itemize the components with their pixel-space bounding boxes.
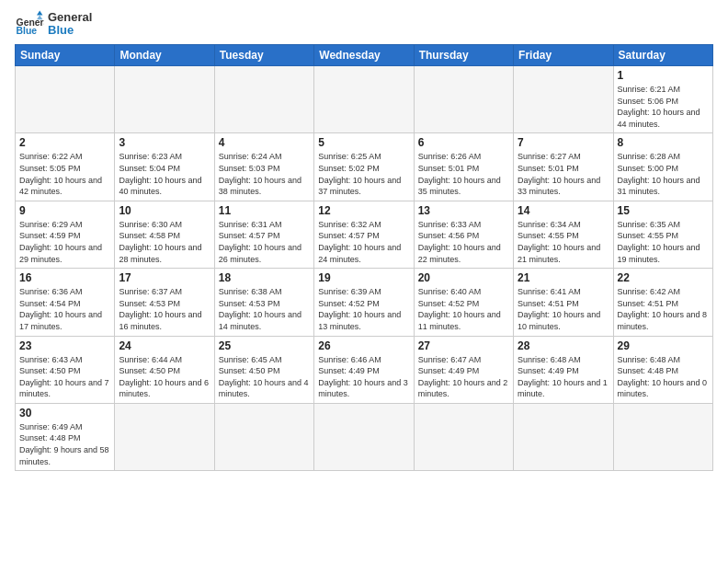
day-info: Sunrise: 6:43 AM Sunset: 4:50 PM Dayligh… — [19, 354, 110, 400]
svg-text:Blue: Blue — [17, 26, 38, 36]
day-number: 16 — [19, 271, 110, 284]
weekday-tuesday: Tuesday — [214, 45, 313, 66]
day-number: 3 — [119, 136, 210, 149]
calendar: SundayMondayTuesdayWednesdayThursdayFrid… — [15, 44, 713, 471]
day-number: 26 — [318, 339, 409, 352]
day-number: 8 — [618, 136, 709, 149]
day-number: 7 — [518, 136, 609, 149]
calendar-cell — [613, 403, 712, 470]
day-number: 27 — [418, 339, 509, 352]
day-info: Sunrise: 6:29 AM Sunset: 4:59 PM Dayligh… — [19, 219, 110, 265]
day-info: Sunrise: 6:39 AM Sunset: 4:52 PM Dayligh… — [318, 286, 409, 332]
logo-icon: General Blue — [15, 9, 44, 39]
day-number: 22 — [618, 271, 709, 284]
calendar-cell — [16, 66, 115, 133]
day-info: Sunrise: 6:31 AM Sunset: 4:57 PM Dayligh… — [219, 219, 310, 265]
day-info: Sunrise: 6:48 AM Sunset: 4:49 PM Dayligh… — [518, 354, 609, 400]
calendar-cell: 6Sunrise: 6:26 AM Sunset: 5:01 PM Daylig… — [414, 133, 513, 201]
calendar-cell — [214, 403, 313, 470]
day-number: 29 — [618, 339, 709, 352]
calendar-cell: 29Sunrise: 6:48 AM Sunset: 4:48 PM Dayli… — [613, 336, 712, 403]
calendar-cell: 24Sunrise: 6:44 AM Sunset: 4:50 PM Dayli… — [115, 336, 214, 403]
day-info: Sunrise: 6:42 AM Sunset: 4:51 PM Dayligh… — [618, 286, 709, 332]
day-number: 2 — [19, 136, 110, 149]
calendar-cell: 30Sunrise: 6:49 AM Sunset: 4:48 PM Dayli… — [16, 403, 115, 470]
day-info: Sunrise: 6:26 AM Sunset: 5:01 PM Dayligh… — [418, 151, 509, 197]
day-number: 18 — [219, 271, 310, 284]
day-info: Sunrise: 6:32 AM Sunset: 4:57 PM Dayligh… — [318, 219, 409, 265]
day-info: Sunrise: 6:36 AM Sunset: 4:54 PM Dayligh… — [19, 286, 110, 332]
day-info: Sunrise: 6:35 AM Sunset: 4:55 PM Dayligh… — [618, 219, 709, 265]
svg-marker-2 — [37, 11, 42, 16]
weekday-wednesday: Wednesday — [314, 45, 414, 66]
day-info: Sunrise: 6:38 AM Sunset: 4:53 PM Dayligh… — [219, 286, 310, 332]
day-info: Sunrise: 6:22 AM Sunset: 5:05 PM Dayligh… — [19, 151, 110, 197]
day-info: Sunrise: 6:47 AM Sunset: 4:49 PM Dayligh… — [418, 354, 509, 400]
day-number: 23 — [19, 339, 110, 352]
day-info: Sunrise: 6:49 AM Sunset: 4:48 PM Dayligh… — [19, 421, 110, 467]
calendar-cell: 8Sunrise: 6:28 AM Sunset: 5:00 PM Daylig… — [613, 133, 712, 201]
weekday-sunday: Sunday — [16, 45, 115, 66]
weekday-monday: Monday — [115, 45, 214, 66]
calendar-cell: 3Sunrise: 6:23 AM Sunset: 5:04 PM Daylig… — [115, 133, 214, 201]
day-number: 1 — [618, 69, 709, 82]
page-header: General Blue General Blue — [15, 9, 713, 39]
calendar-cell: 16Sunrise: 6:36 AM Sunset: 4:54 PM Dayli… — [16, 269, 115, 336]
weekday-saturday: Saturday — [613, 45, 712, 66]
calendar-cell — [314, 66, 414, 133]
day-info: Sunrise: 6:48 AM Sunset: 4:48 PM Dayligh… — [618, 354, 709, 400]
calendar-cell: 28Sunrise: 6:48 AM Sunset: 4:49 PM Dayli… — [514, 336, 613, 403]
day-info: Sunrise: 6:27 AM Sunset: 5:01 PM Dayligh… — [518, 151, 609, 197]
calendar-cell: 12Sunrise: 6:32 AM Sunset: 4:57 PM Dayli… — [314, 201, 414, 268]
calendar-cell — [414, 403, 513, 470]
logo: General Blue General Blue — [15, 9, 92, 39]
day-number: 6 — [418, 136, 509, 149]
calendar-cell — [314, 403, 414, 470]
calendar-cell — [514, 403, 613, 470]
day-number: 17 — [119, 271, 210, 284]
logo-text-blue: Blue — [48, 24, 92, 37]
calendar-cell: 19Sunrise: 6:39 AM Sunset: 4:52 PM Dayli… — [314, 269, 414, 336]
calendar-cell: 27Sunrise: 6:47 AM Sunset: 4:49 PM Dayli… — [414, 336, 513, 403]
day-number: 4 — [219, 136, 310, 149]
day-info: Sunrise: 6:21 AM Sunset: 5:06 PM Dayligh… — [618, 84, 709, 130]
day-info: Sunrise: 6:33 AM Sunset: 4:56 PM Dayligh… — [418, 219, 509, 265]
calendar-cell: 5Sunrise: 6:25 AM Sunset: 5:02 PM Daylig… — [314, 133, 414, 201]
calendar-cell: 26Sunrise: 6:46 AM Sunset: 4:49 PM Dayli… — [314, 336, 414, 403]
day-info: Sunrise: 6:24 AM Sunset: 5:03 PM Dayligh… — [219, 151, 310, 197]
day-number: 13 — [418, 204, 509, 217]
calendar-cell: 21Sunrise: 6:41 AM Sunset: 4:51 PM Dayli… — [514, 269, 613, 336]
day-info: Sunrise: 6:37 AM Sunset: 4:53 PM Dayligh… — [119, 286, 210, 332]
day-number: 28 — [518, 339, 609, 352]
calendar-cell: 10Sunrise: 6:30 AM Sunset: 4:58 PM Dayli… — [115, 201, 214, 268]
day-number: 10 — [119, 204, 210, 217]
day-info: Sunrise: 6:45 AM Sunset: 4:50 PM Dayligh… — [219, 354, 310, 400]
weekday-friday: Friday — [514, 45, 613, 66]
day-number: 30 — [19, 407, 110, 419]
calendar-cell: 17Sunrise: 6:37 AM Sunset: 4:53 PM Dayli… — [115, 269, 214, 336]
calendar-cell: 20Sunrise: 6:40 AM Sunset: 4:52 PM Dayli… — [414, 269, 513, 336]
calendar-cell: 7Sunrise: 6:27 AM Sunset: 5:01 PM Daylig… — [514, 133, 613, 201]
day-info: Sunrise: 6:23 AM Sunset: 5:04 PM Dayligh… — [119, 151, 210, 197]
calendar-cell: 1Sunrise: 6:21 AM Sunset: 5:06 PM Daylig… — [613, 66, 712, 133]
day-number: 15 — [618, 204, 709, 217]
day-number: 24 — [119, 339, 210, 352]
day-info: Sunrise: 6:25 AM Sunset: 5:02 PM Dayligh… — [318, 151, 409, 197]
calendar-cell — [414, 66, 513, 133]
day-number: 11 — [219, 204, 310, 217]
calendar-cell: 11Sunrise: 6:31 AM Sunset: 4:57 PM Dayli… — [214, 201, 313, 268]
calendar-cell — [514, 66, 613, 133]
day-number: 21 — [518, 271, 609, 284]
day-info: Sunrise: 6:41 AM Sunset: 4:51 PM Dayligh… — [518, 286, 609, 332]
calendar-cell: 25Sunrise: 6:45 AM Sunset: 4:50 PM Dayli… — [214, 336, 313, 403]
calendar-cell: 18Sunrise: 6:38 AM Sunset: 4:53 PM Dayli… — [214, 269, 313, 336]
weekday-header-row: SundayMondayTuesdayWednesdayThursdayFrid… — [16, 45, 713, 66]
calendar-cell: 15Sunrise: 6:35 AM Sunset: 4:55 PM Dayli… — [613, 201, 712, 268]
calendar-cell — [115, 66, 214, 133]
calendar-cell: 22Sunrise: 6:42 AM Sunset: 4:51 PM Dayli… — [613, 269, 712, 336]
day-number: 9 — [19, 204, 110, 217]
day-info: Sunrise: 6:30 AM Sunset: 4:58 PM Dayligh… — [119, 219, 210, 265]
day-number: 19 — [318, 271, 409, 284]
day-info: Sunrise: 6:44 AM Sunset: 4:50 PM Dayligh… — [119, 354, 210, 400]
calendar-cell — [115, 403, 214, 470]
